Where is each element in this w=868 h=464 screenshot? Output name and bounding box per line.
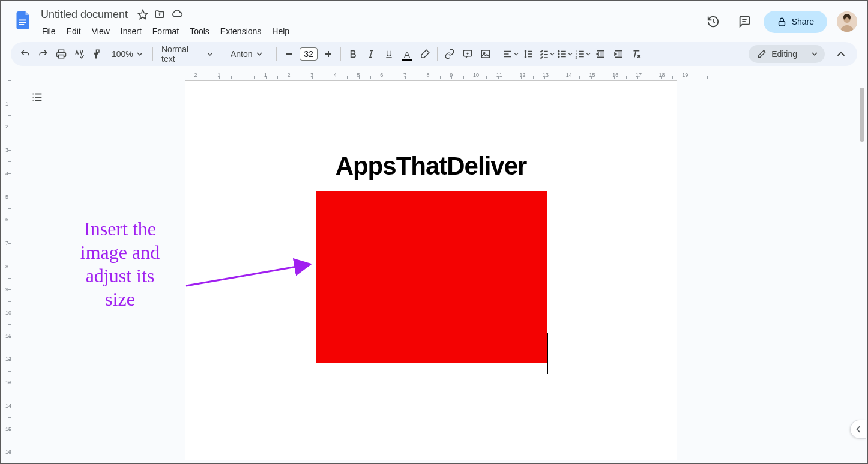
docs-logo[interactable] (11, 8, 35, 32)
share-label: Share (792, 17, 814, 26)
paint-format-button[interactable] (89, 46, 106, 62)
print-button[interactable] (53, 46, 70, 62)
underline-button[interactable] (381, 46, 397, 62)
increase-indent-button[interactable] (610, 46, 627, 62)
highlight-button[interactable] (417, 46, 433, 62)
menu-edit[interactable]: Edit (62, 24, 86, 38)
font-size-input[interactable] (300, 47, 318, 61)
collapse-toolbar-button[interactable] (831, 44, 851, 64)
star-icon[interactable] (137, 9, 148, 20)
chevron-down-icon (568, 52, 573, 56)
menu-file[interactable]: File (37, 24, 61, 38)
menu-tools[interactable]: Tools (185, 24, 214, 38)
zoom-select[interactable]: 100% (107, 47, 149, 61)
pencil-icon (757, 49, 767, 59)
inserted-image[interactable] (316, 191, 547, 363)
menu-format[interactable]: Format (148, 24, 184, 38)
clear-formatting-button[interactable] (628, 46, 645, 62)
insert-link-button[interactable] (441, 46, 458, 62)
menu-view[interactable]: View (87, 24, 115, 38)
chevron-down-icon (137, 51, 143, 57)
svg-rect-0 (19, 20, 26, 21)
redo-button[interactable] (35, 46, 52, 62)
svg-text:3: 3 (575, 56, 577, 59)
insert-comment-button[interactable] (459, 46, 476, 62)
title-bar: Untitled document File Edit View Insert … (1, 1, 867, 38)
annotation-arrow (181, 255, 325, 297)
scroll-thumb[interactable] (860, 88, 864, 142)
chevron-down-icon (207, 51, 213, 57)
chevron-down-icon (514, 52, 519, 56)
user-avatar[interactable] (837, 11, 857, 32)
align-button[interactable] (502, 46, 519, 62)
lock-icon (777, 17, 787, 27)
font-select[interactable]: Anton (226, 47, 273, 61)
svg-rect-1 (19, 22, 26, 23)
decrease-indent-button[interactable] (592, 46, 609, 62)
chevron-down-icon (256, 51, 262, 57)
italic-button[interactable] (363, 46, 379, 62)
checklist-button[interactable] (538, 46, 555, 62)
document-title[interactable]: Untitled document (37, 8, 131, 22)
share-button[interactable]: Share (764, 11, 827, 33)
document-outline-button[interactable] (28, 88, 47, 107)
text-cursor (547, 333, 548, 374)
numbered-list-button[interactable]: 123 (574, 46, 591, 62)
title-row: Untitled document (37, 6, 701, 23)
header-right-actions: Share (701, 10, 857, 34)
paragraph-style-select[interactable]: Normal text (157, 42, 218, 66)
svg-rect-2 (19, 24, 24, 25)
canvas-area: AppsThatDeliver Insert the image and adj… (13, 80, 864, 460)
line-spacing-button[interactable] (520, 46, 537, 62)
docs-logo-icon (12, 10, 34, 31)
bulleted-list-button[interactable] (556, 46, 573, 62)
undo-button[interactable] (17, 46, 34, 62)
side-panel-toggle[interactable] (850, 420, 866, 439)
separator (437, 47, 438, 61)
svg-point-22 (558, 56, 559, 57)
history-icon[interactable] (701, 10, 725, 34)
spellcheck-button[interactable] (71, 46, 88, 62)
vertical-ruler[interactable]: 11234567891011121314151617 (4, 80, 13, 460)
vertical-scrollbar[interactable] (858, 80, 866, 459)
annotation-text: Insert the image and adjust its size (54, 217, 186, 311)
cloud-status-icon[interactable] (171, 8, 183, 20)
increase-font-button[interactable] (320, 46, 337, 62)
separator (222, 47, 222, 61)
chevron-down-icon (586, 52, 591, 56)
svg-point-21 (558, 53, 559, 55)
title-column: Untitled document File Edit View Insert … (37, 6, 701, 38)
chevron-down-icon (550, 52, 555, 56)
svg-point-20 (558, 50, 559, 52)
svg-line-13 (370, 51, 372, 58)
bold-button[interactable] (345, 46, 361, 62)
separator (152, 47, 153, 61)
separator (340, 47, 341, 61)
move-folder-icon[interactable] (154, 9, 165, 20)
menu-extensions[interactable]: Extensions (215, 24, 266, 38)
comments-icon[interactable] (732, 10, 756, 34)
menu-help[interactable]: Help (267, 24, 294, 38)
chevron-down-icon (812, 51, 818, 57)
svg-rect-5 (779, 21, 785, 25)
document-heading[interactable]: AppsThatDeliver (185, 152, 677, 181)
font-size-group (280, 46, 337, 62)
svg-line-46 (186, 264, 310, 286)
editing-mode-select[interactable]: Editing (749, 45, 825, 63)
menu-insert[interactable]: Insert (116, 24, 146, 38)
menu-bar: File Edit View Insert Format Tools Exten… (37, 24, 701, 38)
separator (276, 47, 277, 61)
decrease-font-button[interactable] (280, 46, 297, 62)
insert-image-button[interactable] (477, 46, 494, 62)
toolbar: 100% Normal text Anton A 123 Editing (11, 42, 857, 66)
text-color-button[interactable]: A (399, 46, 415, 62)
horizontal-ruler[interactable]: 2112345678910111213141516171819 (23, 71, 857, 80)
separator (498, 47, 498, 61)
